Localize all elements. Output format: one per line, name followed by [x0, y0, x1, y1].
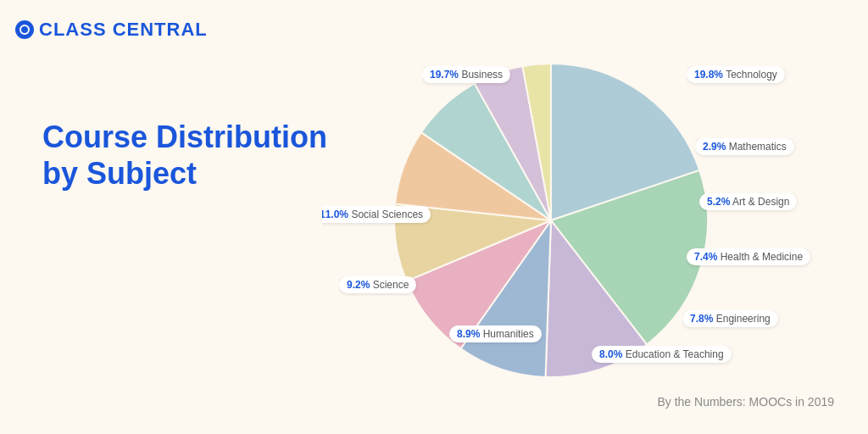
logo-text: CLASS CENTRAL — [39, 19, 208, 41]
header: CLASS CENTRAL — [15, 19, 208, 41]
footer-text: By the Numbers: MOOCs in 2019 — [657, 395, 834, 409]
title-section: Course Distributionby Subject — [42, 119, 327, 192]
page-title: Course Distributionby Subject — [42, 119, 327, 192]
logo-icon — [15, 20, 34, 39]
pie-chart: 19.8% Technology19.7% Business11.0% Soci… — [322, 17, 865, 424]
chart-container: 19.8% Technology19.7% Business11.0% Soci… — [322, 17, 865, 424]
